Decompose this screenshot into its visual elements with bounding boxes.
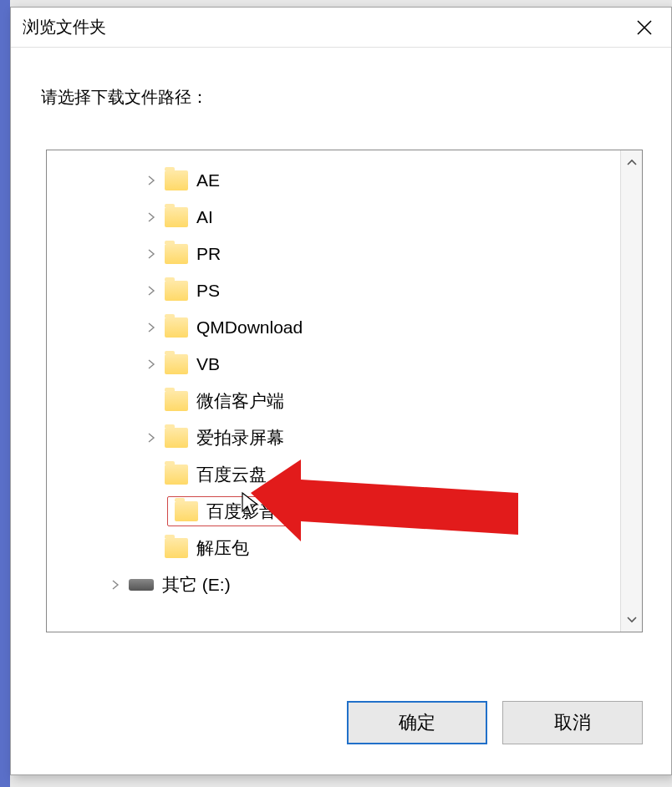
- close-button[interactable]: [624, 8, 664, 48]
- tree-item-ai[interactable]: AI: [47, 199, 620, 236]
- tree-item-label: AE: [196, 170, 220, 190]
- tree-item-label: 百度云盘: [196, 463, 267, 486]
- folder-icon: [165, 281, 188, 301]
- chevron-placeholder: [143, 466, 160, 483]
- chevron-up-icon: [627, 158, 637, 168]
- chevron-right-icon[interactable]: [143, 172, 160, 189]
- tree-item-baidu-video[interactable]: 百度影音: [47, 493, 620, 530]
- tree-item-aipai[interactable]: 爱拍录屏幕: [47, 419, 620, 456]
- chevron-right-icon[interactable]: [143, 246, 160, 262]
- tree-body: AE AI PR PS QMDownload: [47, 150, 620, 632]
- drive-icon: [129, 579, 154, 591]
- tree-item-label: 解压包: [196, 536, 249, 560]
- scroll-up-button[interactable]: [621, 150, 642, 175]
- chevron-right-icon[interactable]: [143, 209, 160, 226]
- tree-item-label: QMDownload: [196, 317, 303, 338]
- tree-item-label: AI: [196, 207, 213, 227]
- folder-tree: AE AI PR PS QMDownload: [46, 150, 643, 632]
- tree-item-label: 百度影音: [206, 500, 277, 523]
- browse-folder-dialog: 浏览文件夹 请选择下载文件路径： AE AI PR: [10, 7, 672, 775]
- dialog-title: 浏览文件夹: [23, 16, 106, 38]
- tree-item-label: 微信客户端: [196, 389, 284, 413]
- titlebar: 浏览文件夹: [11, 8, 671, 48]
- folder-icon: [165, 207, 188, 227]
- tree-item-ae[interactable]: AE: [47, 162, 620, 199]
- instruction-text: 请选择下载文件路径：: [11, 48, 671, 109]
- tree-item-label: PS: [196, 281, 220, 301]
- tree-item-label: 其它 (E:): [162, 573, 231, 597]
- chevron-right-icon[interactable]: [143, 429, 160, 446]
- folder-icon: [165, 538, 188, 558]
- tree-item-ps[interactable]: PS: [47, 272, 620, 309]
- ok-button[interactable]: 确定: [347, 701, 487, 744]
- cancel-button[interactable]: 取消: [502, 701, 643, 744]
- tree-item-wechat[interactable]: 微信客户端: [47, 383, 620, 419]
- chevron-right-icon[interactable]: [143, 356, 160, 373]
- tree-item-label: PR: [196, 244, 221, 264]
- cancel-button-label: 取消: [554, 710, 591, 735]
- scroll-down-button[interactable]: [621, 607, 642, 632]
- tree-item-vb[interactable]: VB: [47, 346, 620, 383]
- folder-icon: [165, 170, 188, 190]
- folder-icon: [165, 244, 188, 264]
- chevron-placeholder: [143, 540, 160, 556]
- folder-icon: [175, 501, 198, 521]
- chevron-right-icon[interactable]: [143, 282, 160, 299]
- chevron-right-icon[interactable]: [107, 576, 124, 593]
- ok-button-label: 确定: [399, 710, 435, 735]
- tree-item-baidu-cloud[interactable]: 百度云盘: [47, 456, 620, 493]
- close-icon: [637, 20, 652, 35]
- folder-icon: [165, 391, 188, 411]
- dialog-buttons: 确定 取消: [347, 701, 643, 744]
- folder-icon: [165, 354, 188, 374]
- scrollbar[interactable]: [620, 150, 642, 632]
- tree-item-label: VB: [196, 354, 220, 374]
- tree-item-unzip[interactable]: 解压包: [47, 530, 620, 566]
- tree-item-drive-e[interactable]: 其它 (E:): [47, 566, 620, 603]
- tree-item-label: 爱拍录屏幕: [196, 426, 284, 449]
- folder-icon: [165, 465, 188, 485]
- tree-item-qmdownload[interactable]: QMDownload: [47, 309, 620, 346]
- folder-icon: [165, 317, 188, 338]
- chevron-down-icon: [627, 614, 637, 624]
- chevron-right-icon[interactable]: [143, 319, 160, 336]
- folder-icon: [165, 428, 188, 448]
- selection-highlight: 百度影音: [167, 496, 289, 526]
- chevron-placeholder: [143, 393, 160, 409]
- tree-item-pr[interactable]: PR: [47, 236, 620, 272]
